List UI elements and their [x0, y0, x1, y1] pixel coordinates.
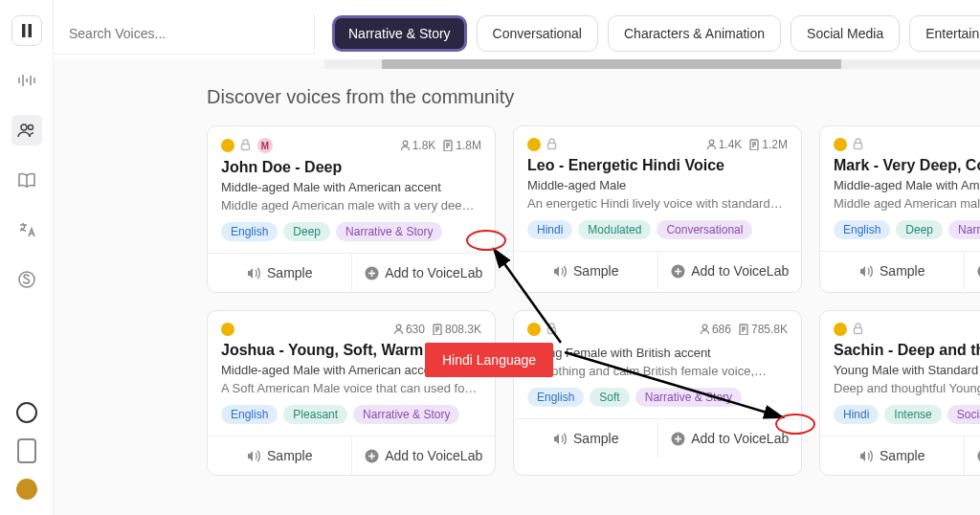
plays-stat: 1.2M	[749, 138, 788, 151]
translate-icon[interactable]	[11, 214, 42, 245]
voice-title: Sachin - Deep and thoughtful	[834, 342, 980, 359]
tab-narrative-story[interactable]: Narrative & Story	[332, 15, 467, 52]
topbar: Narrative & StoryConversationalCharacter…	[54, 0, 980, 59]
voice-description: A Soft American Male voice that can used…	[221, 381, 481, 395]
tag-english[interactable]: English	[527, 388, 584, 407]
tag-english[interactable]: English	[834, 220, 890, 239]
tag-english[interactable]: English	[221, 405, 278, 424]
main: Narrative & StoryConversationalCharacter…	[54, 0, 980, 515]
svg-point-8	[28, 125, 33, 130]
plus-circle-icon	[670, 431, 685, 446]
ring-annotation-2	[775, 414, 815, 435]
users-stat: 1.4K	[706, 138, 743, 151]
tag-narrative-story[interactable]: Narrative & Story	[336, 222, 442, 241]
tag-narrative-story[interactable]: Narrative & Story	[635, 388, 742, 407]
plays-stat: 785.8K	[739, 323, 788, 336]
voice-card: 58 Sachin - Deep and thoughtful Young Ma…	[819, 310, 980, 476]
tag-deep[interactable]: Deep	[896, 220, 943, 239]
svg-point-23	[702, 325, 707, 329]
voice-subtitle: Young Female with British accent	[527, 346, 788, 360]
voice-description: Middle aged American male with ver	[834, 196, 980, 211]
voice-description: Deep and thoughtful Young male voic	[834, 381, 980, 395]
users-stat: 630	[393, 323, 425, 336]
s-circle-icon[interactable]	[11, 264, 42, 295]
speaker-icon	[552, 263, 568, 279]
verified-icon	[834, 323, 847, 336]
tag-pleasant[interactable]: Pleasant	[283, 405, 347, 424]
sample-button[interactable]: Sample	[820, 252, 964, 290]
voice-card: 630 808.3K Joshua - Young, Soft, Warm Ma…	[207, 310, 496, 476]
tab-entertainment-tv[interactable]: Entertainment & TV	[909, 15, 980, 52]
sample-button[interactable]: Sample	[208, 254, 351, 292]
add-voicelab-button[interactable]: Add to VoiceLab	[657, 252, 802, 290]
add-voicelab-button[interactable]: Add to VoiceLab	[964, 437, 981, 475]
tag-conversational[interactable]: Conversational	[657, 220, 752, 239]
add-voicelab-button[interactable]: Add to VoiceLab	[351, 254, 496, 292]
tab-social-media[interactable]: Social Media	[791, 15, 900, 52]
people-icon[interactable]	[11, 115, 42, 146]
svg-point-12	[403, 141, 408, 146]
svg-rect-1	[28, 24, 32, 37]
search-input[interactable]	[69, 26, 299, 41]
sample-button[interactable]: Sample	[514, 252, 657, 290]
tag-soft[interactable]: Soft	[590, 388, 629, 407]
circle-icon[interactable]	[16, 402, 37, 423]
tag-narrative-story[interactable]: Narrative & Story	[353, 405, 459, 424]
plus-circle-icon	[364, 265, 379, 280]
plus-circle-icon	[976, 448, 980, 463]
speaker-icon	[246, 265, 261, 280]
verified-icon	[527, 323, 541, 336]
speaker-icon	[246, 448, 261, 463]
lock-icon	[853, 323, 864, 336]
voice-title: John Doe - Deep	[221, 159, 481, 176]
users-stat: 686	[700, 323, 731, 336]
add-voicelab-button[interactable]: Add to VoiceLab	[351, 437, 496, 475]
tag-social-media[interactable]: Social Media	[947, 405, 980, 424]
sample-button[interactable]: Sample	[208, 437, 351, 475]
sample-button[interactable]: Sample	[820, 437, 964, 475]
left-rail	[0, 0, 54, 515]
svg-rect-25	[855, 328, 862, 334]
sample-button[interactable]: Sample	[514, 419, 657, 458]
lock-icon	[853, 138, 864, 151]
tag-modulated[interactable]: Modulated	[578, 220, 651, 239]
verified-icon	[834, 138, 847, 151]
voice-card: 686 785.8K Young Female with British acc…	[513, 310, 802, 476]
voice-card: 1 Mark - Very Deep, Confident, Middle-ag…	[819, 125, 980, 293]
tag-narrative-story[interactable]: Narrative & Story	[948, 220, 980, 239]
callout-label: Hindi Language	[425, 343, 553, 377]
avatar[interactable]	[16, 479, 37, 500]
lock-icon	[546, 323, 558, 336]
voice-title: Mark - Very Deep, Confident,	[834, 157, 980, 174]
voice-subtitle: Middle-aged Male with American acc	[834, 178, 980, 192]
add-voicelab-button[interactable]: Add to VoiceLab	[964, 252, 981, 290]
verified-icon	[221, 139, 234, 152]
tag-hindi[interactable]: Hindi	[527, 220, 572, 239]
users-stat: 1.8K	[400, 139, 436, 152]
m-badge-icon: M	[257, 138, 273, 153]
tag-english[interactable]: English	[221, 222, 278, 241]
speaker-icon	[858, 263, 874, 279]
book-icon[interactable]	[11, 165, 42, 195]
voice-description: An energetic Hindi lively voice with sta…	[527, 196, 788, 211]
voice-subtitle: Middle-aged Male	[527, 178, 788, 192]
tab-conversational[interactable]: Conversational	[477, 15, 598, 52]
plus-circle-icon	[364, 448, 379, 463]
lock-icon	[546, 138, 558, 151]
content: Discover voices from the community M 1.8…	[54, 69, 980, 493]
tag-deep[interactable]: Deep	[283, 222, 330, 241]
voice-title: Leo - Energetic Hindi Voice	[527, 157, 788, 174]
tag-intense[interactable]: Intense	[884, 405, 941, 424]
voice-subtitle: Young Male with Standard accent	[834, 363, 980, 377]
tag-hindi[interactable]: Hindi	[834, 405, 879, 424]
pause-icon[interactable]	[11, 15, 42, 46]
horizontal-scrollbar[interactable]	[324, 59, 980, 69]
tab-characters-animation[interactable]: Characters & Animation	[608, 15, 781, 52]
plays-stat: 1.8M	[443, 139, 481, 152]
soundwave-icon[interactable]	[11, 65, 42, 96]
svg-point-7	[21, 124, 27, 130]
tabs: Narrative & StoryConversationalCharacter…	[323, 8, 980, 59]
svg-rect-17	[855, 144, 862, 149]
svg-rect-0	[22, 24, 26, 37]
device-icon[interactable]	[17, 438, 36, 463]
